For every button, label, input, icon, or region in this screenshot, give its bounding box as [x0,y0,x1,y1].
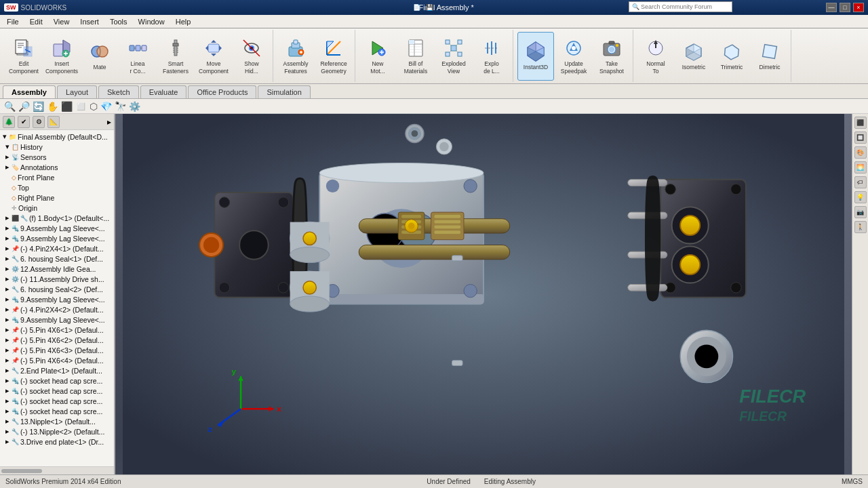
tree-item-idle-gear[interactable]: ▸ ⚙️ 12.Assembly Idle Gea... [0,264,114,274]
normal-to-button[interactable]: NormalTo [637,32,674,81]
view-cube-icon[interactable]: ⬛ [854,117,867,129]
tree-item-top-plane[interactable]: ▸ ◇ Top [0,182,114,192]
isometric-button[interactable]: Isometric [675,32,712,81]
tree-item-pin2x4-2[interactable]: ▸ 📌 (-) 4.Pin2X4<2> (Default... [0,304,114,314]
walk-through-icon[interactable]: 🚶 [854,221,867,233]
tree-item-socket1[interactable]: ▸ 🔩 (-) socket head cap scre... [0,375,114,386]
tree-item-drive-shaft[interactable]: ▸ ⚙️ (-) 11.Assembly Drive sh... [0,274,114,284]
tree-item-sensors[interactable]: ▸ 📡 Sensors [0,152,114,162]
tree-item-housing-seal2[interactable]: ▸ 🔧 6. housing Seal<2> (Def... [0,284,114,294]
exploded-view-button[interactable]: ExplodedView [435,32,472,81]
scrollbar-thumb[interactable] [1,469,42,473]
minimize-button[interactable]: — [826,3,837,12]
tab-assembly[interactable]: Assembly [3,85,56,98]
tree-item-lag-sleeve4[interactable]: ▸ 🔩 9.Assembly Lag Sleeve<... [0,314,114,325]
tab-simulation[interactable]: Simulation [258,85,310,98]
menu-tools[interactable]: Tools [104,16,133,27]
smart-fasteners-button[interactable]: SmartFasteners [157,32,194,81]
horizontal-scrollbar[interactable] [0,466,114,474]
svg-point-98 [278,197,288,207]
tree-item-origin[interactable]: ▸ ✛ Origin [0,203,114,213]
tree-item-right-plane[interactable]: ▸ ◇ Right Plane [0,192,114,203]
tree-item-pin4x6-3[interactable]: ▸ 📌 (-) 5.Pin 4X6<3> (Defaul... [0,345,114,355]
filter-icon[interactable]: ⬡ [90,101,98,112]
feature-manager-tab[interactable]: 🌲 [3,116,15,128]
instant3d-button[interactable]: Instant3D [517,32,554,81]
maximize-button[interactable]: □ [840,3,850,12]
tree-item-pin4x6-1[interactable]: ▸ 📌 (-) 5.Pin 4X6<1> (Defaul... [0,325,114,335]
tree-item-front-plane[interactable]: ▸ ◇ Front Plane [0,172,114,182]
explode-line-sketch-button[interactable]: Explode L... [473,32,510,81]
panel-collapse-btn[interactable]: ▸ [107,117,111,127]
tree-item-annotations[interactable]: ▸ 🏷️ Annotations [0,162,114,172]
close-button[interactable]: × [853,3,864,12]
property-manager-tab[interactable]: ✔ [18,116,30,128]
dim-expert-tab[interactable]: 📐 [47,116,60,128]
display-options-icon[interactable]: 🔲 [854,131,867,144]
tab-evaluate[interactable]: Evaluate [140,85,187,98]
tab-layout[interactable]: Layout [57,85,97,98]
display-mode-icon[interactable]: 💎 [100,101,112,112]
update-speedpak-button[interactable]: UpdateSpeedpak [555,32,592,81]
menu-insert[interactable]: Insert [75,16,104,27]
tree-item-socket4[interactable]: ▸ 🔩 (-) socket head cap scre... [0,406,114,416]
trimetric-button[interactable]: Trimetric [713,32,750,81]
config-manager-tab[interactable]: ⚙ [33,116,45,128]
tree-item-socket3[interactable]: ▸ 🔩 (-) socket head cap scre... [0,396,114,406]
mate-button[interactable]: Mate [81,32,118,81]
tree-item-drive-end-plate[interactable]: ▸ 🔧 3.Drive end plate<1> (Dr... [0,436,114,447]
menu-file[interactable]: File [1,16,24,27]
edit-component-button[interactable]: EditComponent [5,32,42,81]
section-view-icon[interactable]: 🔭 [115,101,126,112]
menu-help[interactable]: Help [170,16,197,27]
tree-item-history[interactable]: ▾ 📋 History [0,142,114,152]
tree-item-lag-sleeve2[interactable]: ▸ 🔩 9.Assembly Lag Sleeve<... [0,233,114,243]
lights-icon[interactable]: 💡 [854,191,867,203]
community-search-input[interactable] [641,3,729,10]
zoom-in-icon[interactable]: 🔍 [4,101,16,112]
tree-item-pin4x6-2[interactable]: ▸ 📌 (-) 5.Pin 4X6<2> (Defaul... [0,335,114,345]
tree-item-housing-seal1[interactable]: ▸ 🔧 6. housing Seal<1> (Def... [0,253,114,264]
dimetric-button[interactable]: Dimetric [751,32,788,81]
decals-icon[interactable]: 🏷 [854,176,867,188]
cameras-icon[interactable]: 📷 [854,206,867,218]
tree-item-lag-sleeve3[interactable]: ▸ 🔩 9.Assembly Lag Sleeve<... [0,294,114,304]
menu-window[interactable]: Window [133,16,170,27]
menu-view[interactable]: View [48,16,75,27]
tab-office-products[interactable]: Office Products [188,85,256,98]
reference-geometry-button[interactable]: ReferenceGeometry [315,32,352,81]
move-component-button[interactable]: MoveComponent [195,32,232,81]
bill-of-materials-button[interactable]: Bill ofMaterials [397,32,434,81]
menu-edit[interactable]: Edit [24,16,48,27]
tree-item-pin4x6-4[interactable]: ▸ 📌 (-) 5.Pin 4X6<4> (Defaul... [0,355,114,365]
tree-item-end-plate1[interactable]: ▸ 🔧 2.End Plate<1> (Default... [0,365,114,375]
bill-of-materials-icon [405,37,427,59]
insert-components-button[interactable]: InsertComponents [43,32,80,81]
select-icon[interactable]: ⬛ [61,101,73,112]
new-motion-button[interactable]: NewMot... [359,32,396,81]
tree-item-socket2[interactable]: ▸ 🔩 (-) socket head cap scre... [0,386,114,396]
zoom-out-icon[interactable]: 🔎 [18,101,30,112]
assembly-features-button[interactable]: AssemblyFeatures [277,32,314,81]
view-settings-icon[interactable]: ⚙️ [129,101,140,112]
exploded-view-label: ExplodedView [441,60,465,74]
pan-icon[interactable]: ✋ [47,101,58,112]
instant3d-icon [525,41,547,62]
dimetric-icon [759,41,781,62]
tree-item-pin2x4-1[interactable]: ▸ 📌 (-) 4.Pin2X4<1> (Default... [0,243,114,253]
tab-sketch[interactable]: Sketch [98,85,139,98]
scene-icon[interactable]: 🌅 [854,161,867,174]
show-hide-button[interactable]: ShowHid... [233,32,270,81]
svg-point-107 [319,163,484,183]
rotate-icon[interactable]: 🔄 [33,101,44,112]
appearance-icon[interactable]: 🎨 [854,146,867,159]
tree-item-nipple2[interactable]: ▸ 🔧 (-) 13.Nipple<2> (Default... [0,426,114,436]
tree-item-final-assembly[interactable]: ▾ 📁 Final Assembly (Default<D... [0,131,114,142]
linear-component-pattern-button[interactable]: Linear Co... [119,32,156,81]
3d-viewport[interactable]: x y z FILECR FILECR [115,114,852,474]
tree-item-body1[interactable]: ▸ ⬛ 🔧 (f) 1.Body<1> (Default<... [0,213,114,223]
box-select-icon[interactable]: ◻️ [75,101,87,112]
tree-item-nipple1[interactable]: ▸ 🔧 13.Nipple<1> (Default... [0,416,114,426]
take-snapshot-button[interactable]: TakeSnapshot [593,32,630,81]
tree-item-lag-sleeve1[interactable]: ▸ 🔩 9.Assembly Lag Sleeve<... [0,223,114,233]
